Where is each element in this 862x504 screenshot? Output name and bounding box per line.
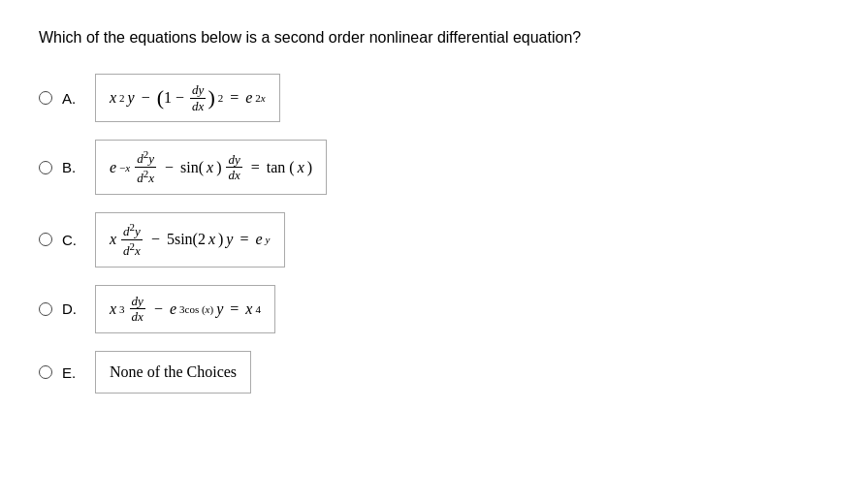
- label-c: C.: [62, 232, 81, 248]
- equation-b: e−x d2y d2x − sin(x) dy dx = tan (x): [95, 140, 327, 195]
- choices-list: A. x2y − ( 1 − dy dx ) 2 = e2x: [39, 74, 823, 394]
- equation-a: x2y − ( 1 − dy dx ) 2 = e2x: [95, 74, 280, 122]
- none-of-choices-text: None of the Choices: [110, 363, 237, 381]
- label-e: E.: [62, 364, 81, 381]
- choice-row-c: C. x d2y d2x − 5sin(2x)y = ey: [39, 212, 823, 268]
- choice-row-b: B. e−x d2y d2x − sin(x) dy dx = tan (x): [39, 140, 823, 195]
- radio-b[interactable]: [39, 161, 52, 174]
- equation-d: x3 dy dx − e3cos (x)y = x4: [95, 285, 275, 333]
- equation-e: None of the Choices: [95, 351, 251, 394]
- choice-row-d: D. x3 dy dx − e3cos (x)y = x4: [39, 285, 823, 333]
- radio-a[interactable]: [39, 91, 52, 105]
- question-text: Which of the equations below is a second…: [39, 29, 823, 47]
- label-b: B.: [62, 159, 81, 175]
- radio-c[interactable]: [39, 233, 52, 246]
- radio-e[interactable]: [39, 365, 52, 379]
- label-d: D.: [62, 300, 81, 317]
- radio-d[interactable]: [39, 302, 52, 316]
- label-a: A.: [62, 90, 81, 107]
- choice-row-a: A. x2y − ( 1 − dy dx ) 2 = e2x: [39, 74, 823, 122]
- equation-c: x d2y d2x − 5sin(2x)y = ey: [95, 212, 285, 268]
- choice-row-e: E. None of the Choices: [39, 351, 823, 394]
